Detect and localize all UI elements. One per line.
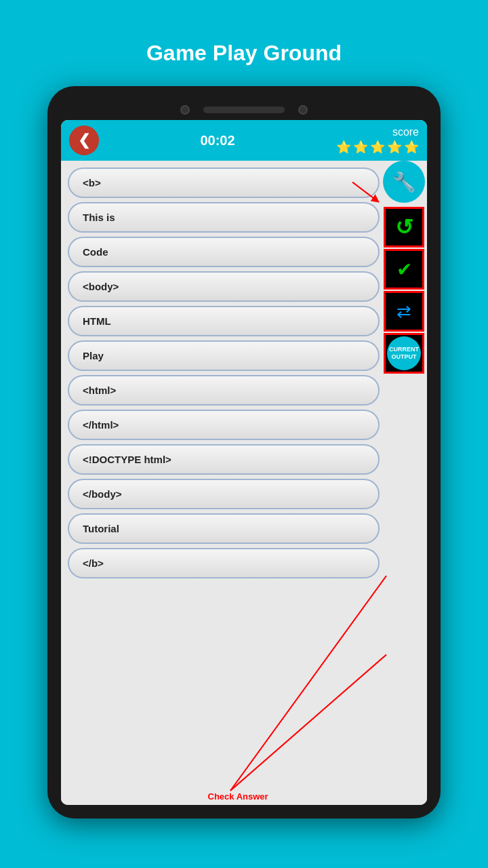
star-2: ⭐ bbox=[353, 140, 368, 155]
check-button[interactable]: ✔ bbox=[384, 249, 424, 290]
phone-top bbox=[61, 100, 427, 120]
star-1: ⭐ bbox=[336, 140, 351, 155]
tool-reset-button[interactable]: 🔧 bbox=[383, 161, 425, 203]
answer-item-7[interactable]: <html> bbox=[68, 375, 380, 406]
stars-display: ⭐ ⭐ ⭐ ⭐ ⭐ bbox=[336, 140, 419, 155]
check-icon: ✔ bbox=[396, 258, 412, 281]
app-header: ❮ 00:02 score ⭐ ⭐ ⭐ ⭐ ⭐ bbox=[61, 120, 427, 161]
back-button[interactable]: ❮ bbox=[69, 125, 99, 155]
answer-item-10[interactable]: </body> bbox=[68, 479, 380, 509]
answer-item-12[interactable]: </b> bbox=[68, 548, 380, 578]
answer-item-8[interactable]: </html> bbox=[68, 410, 380, 440]
wrench-icon: 🔧 bbox=[392, 171, 416, 193]
answer-item-3[interactable]: Code bbox=[68, 237, 380, 267]
answers-list: <b> This is Code <body> HTML Play <html>… bbox=[68, 167, 420, 798]
star-4: ⭐ bbox=[387, 140, 402, 155]
star-5: ⭐ bbox=[404, 140, 419, 155]
swap-button[interactable]: ⇄ bbox=[384, 291, 424, 332]
star-3: ⭐ bbox=[370, 140, 385, 155]
score-section: score ⭐ ⭐ ⭐ ⭐ ⭐ bbox=[336, 126, 419, 155]
answer-item-2[interactable]: This is bbox=[68, 202, 380, 233]
swap-icon: ⇄ bbox=[396, 301, 411, 322]
current-output-button[interactable]: CURRENTOUTPUT bbox=[384, 333, 424, 374]
page-title: Game Play Ground bbox=[146, 41, 342, 66]
back-arrow-icon: ❮ bbox=[78, 132, 90, 149]
answer-item-11[interactable]: Tutorial bbox=[68, 513, 380, 544]
current-output-text: CURRENTOUTPUT bbox=[389, 346, 419, 361]
phone-screen: ❮ 00:02 score ⭐ ⭐ ⭐ ⭐ ⭐ <b> This is Code… bbox=[61, 120, 427, 805]
phone-frame: ❮ 00:02 score ⭐ ⭐ ⭐ ⭐ ⭐ <b> This is Code… bbox=[47, 86, 441, 818]
answer-item-1[interactable]: <b> bbox=[68, 167, 380, 198]
answer-item-4[interactable]: <body> bbox=[68, 271, 380, 302]
check-answer-label: Check Answer bbox=[208, 791, 268, 802]
answer-item-5[interactable]: HTML bbox=[68, 306, 380, 336]
camera-right bbox=[298, 105, 308, 115]
answer-item-9[interactable]: <!DOCTYPE html> bbox=[68, 444, 380, 475]
content-area: <b> This is Code <body> HTML Play <html>… bbox=[61, 161, 427, 805]
undo-button[interactable]: ↺ bbox=[384, 207, 424, 248]
current-output-inner: CURRENTOUTPUT bbox=[387, 336, 421, 370]
camera bbox=[180, 105, 190, 115]
undo-icon: ↺ bbox=[395, 214, 413, 240]
timer-display: 00:02 bbox=[200, 133, 235, 149]
side-buttons-panel: 🔧 Reset Button ↺ ✔ ⇄ bbox=[381, 161, 427, 374]
answer-item-6[interactable]: Play bbox=[68, 340, 380, 371]
score-label: score bbox=[392, 126, 419, 138]
speaker bbox=[203, 106, 285, 113]
